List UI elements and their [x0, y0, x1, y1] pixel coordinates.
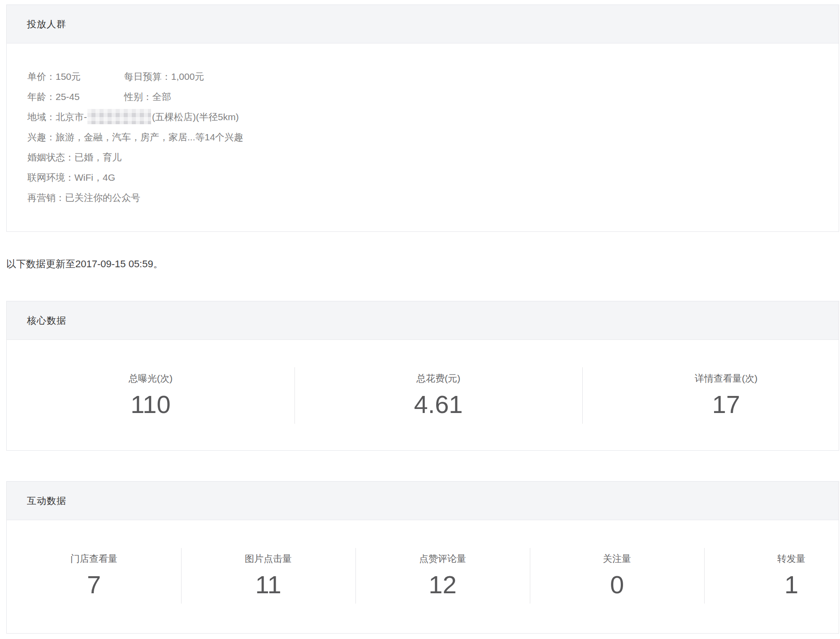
metric-value: 0 — [530, 571, 704, 599]
interaction-data-panel-header: 互动数据 — [7, 482, 839, 520]
metric-value: 17 — [582, 391, 839, 418]
audience-age: 年龄：25-45 — [27, 87, 121, 107]
audience-network-env: 联网环境：WiFi，4G — [27, 172, 115, 183]
audience-unit-price: 单价：150元 — [27, 66, 121, 87]
metric-store-views: 门店查看量 7 — [7, 520, 181, 599]
metric-image-clicks: 图片点击量 11 — [181, 520, 355, 599]
vertical-divider — [294, 367, 295, 424]
audience-row-remarketing: 再营销：已关注你的公众号 — [27, 187, 839, 208]
metric-value: 11 — [181, 571, 355, 599]
censored-mosaic-block — [87, 109, 151, 124]
metric-label: 总曝光(次) — [7, 340, 294, 384]
interaction-metrics-row: 门店查看量 7 图片点击量 11 点赞评论量 12 关注量 0 转发量 1 — [7, 520, 839, 599]
core-data-panel-title: 核心数据 — [27, 314, 66, 327]
metric-shares: 转发量 1 — [704, 520, 839, 599]
metric-label: 总花费(元) — [294, 340, 582, 384]
metric-label: 图片点击量 — [181, 520, 355, 564]
audience-row-price-budget: 单价：150元 每日预算：1,000元 — [27, 66, 839, 87]
audience-row-interests: 兴趣：旅游，金融，汽车，房产，家居...等14个兴趣 — [27, 127, 839, 147]
audience-panel-title: 投放人群 — [27, 18, 66, 30]
audience-panel: 投放人群 单价：150元 每日预算：1,000元 年龄：25-45 性别：全部 … — [6, 4, 839, 232]
metric-total-exposure: 总曝光(次) 110 — [7, 340, 294, 418]
metric-value: 12 — [355, 571, 530, 599]
audience-marital-status: 婚姻状态：已婚，育儿 — [27, 152, 121, 162]
metric-label: 详情查看量(次) — [582, 340, 839, 384]
audience-gender: 性别：全部 — [124, 91, 171, 102]
vertical-divider — [355, 548, 356, 604]
audience-interests: 兴趣：旅游，金融，汽车，房产，家居...等14个兴趣 — [27, 132, 243, 142]
vertical-divider — [704, 548, 705, 604]
core-data-panel-header: 核心数据 — [7, 301, 839, 340]
metric-value: 110 — [7, 391, 294, 418]
data-update-notice: 以下数据更新至2017-09-15 05:59。 — [6, 258, 163, 270]
interaction-data-panel-title: 互动数据 — [27, 495, 66, 507]
audience-panel-body: 单价：150元 每日预算：1,000元 年龄：25-45 性别：全部 地域：北京… — [7, 43, 839, 208]
vertical-divider — [582, 367, 583, 424]
metric-label: 关注量 — [530, 520, 704, 564]
metric-value: 7 — [7, 571, 181, 599]
metric-follows: 关注量 0 — [530, 520, 704, 599]
core-data-panel-body: 总曝光(次) 110 总花费(元) 4.61 详情查看量(次) 17 — [7, 340, 839, 418]
core-metrics-row: 总曝光(次) 110 总花费(元) 4.61 详情查看量(次) 17 — [7, 340, 839, 418]
audience-row-region: 地域：北京市-(五棵松店)(半径5km) — [27, 107, 839, 127]
interaction-data-panel-body: 门店查看量 7 图片点击量 11 点赞评论量 12 关注量 0 转发量 1 — [7, 520, 839, 599]
vertical-divider — [181, 548, 182, 604]
metric-label: 门店查看量 — [7, 520, 181, 564]
audience-daily-budget: 每日预算：1,000元 — [124, 71, 204, 82]
interaction-data-panel: 互动数据 门店查看量 7 图片点击量 11 点赞评论量 12 关注量 0 转发量… — [6, 481, 839, 634]
metric-label: 转发量 — [704, 520, 839, 564]
audience-row-age-gender: 年龄：25-45 性别：全部 — [27, 87, 839, 107]
vertical-divider — [530, 548, 530, 604]
metric-total-spend: 总花费(元) 4.61 — [294, 340, 582, 418]
metric-label: 点赞评论量 — [355, 520, 530, 564]
audience-row-network: 联网环境：WiFi，4G — [27, 167, 839, 187]
audience-panel-header: 投放人群 — [7, 5, 839, 43]
metric-detail-views: 详情查看量(次) 17 — [582, 340, 839, 418]
audience-row-marital: 婚姻状态：已婚，育儿 — [27, 147, 839, 167]
metric-like-comments: 点赞评论量 12 — [355, 520, 530, 599]
metric-value: 1 — [704, 571, 839, 599]
audience-remarketing: 再营销：已关注你的公众号 — [27, 192, 140, 203]
audience-region-suffix: (五棵松店)(半径5km) — [152, 112, 239, 122]
metric-value: 4.61 — [294, 391, 582, 418]
core-data-panel: 核心数据 总曝光(次) 110 总花费(元) 4.61 详情查看量(次) 17 — [6, 301, 839, 451]
audience-region-prefix: 地域：北京市- — [27, 112, 87, 122]
